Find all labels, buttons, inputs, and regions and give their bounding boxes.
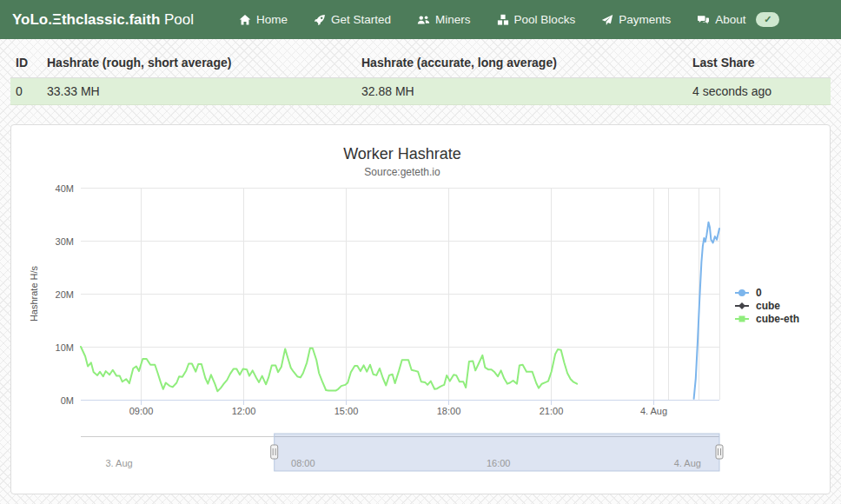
nav-links: Home Get Started Miners Pool Blocks Paym… [239, 12, 779, 27]
chart-subtitle: Source:geteth.io [364, 166, 440, 178]
x-tick-label: 15:00 [334, 406, 359, 416]
nav-item-label: Payments [619, 13, 671, 26]
legend-marker-circle-icon [734, 288, 752, 298]
worker-table-section: ID Hashrate (rough, short average) Hashr… [10, 48, 831, 105]
nav-item-label: About [715, 13, 745, 26]
navbar: YoLo.Ξthclassic.faith Pool Home Get Star… [0, 0, 841, 39]
y-axis-title: Hashrate H/s [29, 265, 39, 322]
legend-marker-diamond-icon [734, 301, 752, 311]
nav-item-label: Home [256, 13, 288, 26]
rocket-icon [314, 14, 326, 26]
cell-hashrate-short: 33.33 MH [42, 78, 356, 105]
hashrate-chart: Worker Hashrate Source:geteth.io Hashrat… [11, 125, 830, 494]
worker-hashrate-chart-panel: Worker Hashrate Source:geteth.io Hashrat… [10, 124, 831, 494]
cell-last-share: 4 seconds ago [687, 78, 831, 105]
navigator-left-handle[interactable] [271, 445, 278, 459]
chart-title: Worker Hashrate [343, 145, 461, 162]
y-tick-label: 0M [61, 395, 74, 406]
brand-regular-text: Pool [160, 11, 194, 28]
navigator-tick-label: 16:00 [487, 458, 511, 468]
x-tick-label: 12:00 [232, 406, 256, 416]
status-badge: ✓ [756, 12, 779, 27]
legend-item-cube[interactable]: cube [734, 300, 799, 312]
nav-item-pool-blocks[interactable]: Pool Blocks [497, 13, 576, 26]
cell-hashrate-long: 32.88 MH [356, 78, 687, 105]
y-tick-label: 30M [56, 236, 74, 247]
nav-item-label: Get Started [331, 13, 391, 26]
nav-item-get-started[interactable]: Get Started [314, 13, 391, 26]
nav-item-label: Pool Blocks [514, 13, 576, 26]
brand-link[interactable]: YoLo.Ξthclassic.faith Pool [12, 11, 194, 29]
users-icon [417, 14, 430, 26]
series-line-cube-eth[interactable] [81, 347, 577, 391]
nav-item-home[interactable]: Home [239, 13, 288, 26]
col-header-id: ID [10, 48, 42, 78]
navigator-tick-label: 4. Aug [674, 458, 701, 468]
legend-label: 0 [756, 287, 762, 299]
y-tick-label: 10M [56, 342, 74, 353]
check-icon: ✓ [764, 14, 771, 25]
y-tick-label: 40M [56, 183, 74, 194]
table-row: 0 33.33 MH 32.88 MH 4 seconds ago [10, 78, 831, 105]
legend-label: cube-eth [756, 313, 799, 325]
nav-item-about[interactable]: About ✓ [697, 12, 779, 27]
col-header-hashrate-short: Hashrate (rough, short average) [42, 48, 356, 78]
y-tick-label: 20M [56, 289, 74, 300]
legend-label: cube [756, 300, 780, 312]
x-tick-label: 09:00 [129, 406, 154, 416]
cubes-icon [497, 14, 509, 26]
nav-item-miners[interactable]: Miners [417, 13, 471, 26]
comments-icon [697, 14, 710, 26]
x-tick-label: 18:00 [437, 406, 461, 416]
x-tick-label: 21:00 [540, 406, 564, 416]
navigator-tick-label: 08:00 [291, 458, 315, 468]
nav-item-payments[interactable]: Payments [601, 13, 671, 26]
series-line-0[interactable] [694, 222, 719, 399]
legend-marker-square-icon [734, 314, 752, 324]
navigator-right-handle[interactable] [716, 445, 723, 459]
brand-bold-text: YoLo.Ξthclassic.faith [12, 11, 160, 28]
home-icon [239, 14, 251, 26]
table-header-row: ID Hashrate (rough, short average) Hashr… [10, 48, 831, 78]
col-header-hashrate-long: Hashrate (accurate, long average) [356, 48, 687, 78]
navigator-tick-label: 3. Aug [105, 458, 132, 468]
nav-item-label: Miners [435, 13, 471, 26]
worker-table: ID Hashrate (rough, short average) Hashr… [10, 48, 831, 105]
col-header-last-share: Last Share [687, 48, 831, 78]
legend-item-cube-eth[interactable]: cube-eth [734, 313, 799, 325]
chart-legend: 0cubecube-eth [734, 287, 799, 325]
legend-item-0[interactable]: 0 [734, 287, 799, 299]
x-tick-label: 4. Aug [640, 406, 667, 416]
paper-plane-icon [601, 14, 613, 26]
cell-worker-id: 0 [10, 78, 42, 105]
